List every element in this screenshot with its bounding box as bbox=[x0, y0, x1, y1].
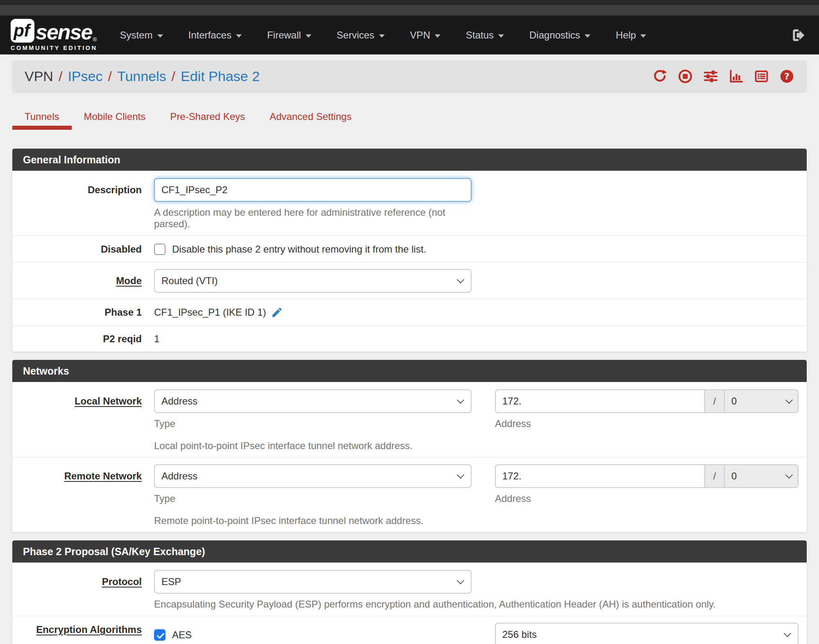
breadcrumb-panel: VPN / IPsec / Tunnels / Edit Phase 2 bbox=[12, 60, 807, 92]
main-menu: System Interfaces Firewall Services VPN … bbox=[107, 29, 659, 41]
disabled-checkbox-label: Disable this phase 2 entry without remov… bbox=[172, 244, 426, 255]
local-network-label[interactable]: Local Network bbox=[12, 389, 154, 452]
stop-circle-icon[interactable] bbox=[678, 69, 693, 84]
protocol-help: Encapsulating Security Payload (ESP) per… bbox=[154, 599, 799, 610]
description-label: Description bbox=[12, 178, 154, 230]
pfsense-logo[interactable]: pf sense ® COMMUNITY EDITION bbox=[11, 19, 97, 51]
disabled-checkbox[interactable] bbox=[154, 244, 166, 255]
row-local-network: Local Network Address Type Local point-t… bbox=[12, 382, 807, 457]
caret-down-icon bbox=[498, 34, 504, 38]
section-networks: Networks Local Network Address Type Loca… bbox=[12, 360, 807, 532]
pfsense-page: pf sense ® COMMUNITY EDITION System Inte… bbox=[0, 0, 819, 644]
tab-pre-shared-keys[interactable]: Pre-Shared Keys bbox=[158, 109, 257, 130]
chevron-down-icon bbox=[457, 471, 464, 478]
nav-item-interfaces[interactable]: Interfaces bbox=[176, 29, 254, 41]
caret-down-icon bbox=[585, 34, 590, 38]
logo-sense-text: sense bbox=[36, 21, 92, 43]
remote-address-input[interactable] bbox=[495, 464, 704, 488]
aes-keylen-select[interactable]: 256 bits bbox=[495, 623, 799, 644]
nav-item-system[interactable]: System bbox=[107, 29, 175, 41]
local-network-type-select[interactable]: Address bbox=[154, 389, 472, 413]
local-mask-select[interactable]: 0 bbox=[725, 389, 799, 413]
breadcrumb: VPN / IPsec / Tunnels / Edit Phase 2 bbox=[25, 68, 260, 84]
nav-item-help[interactable]: Help bbox=[603, 29, 659, 41]
breadcrumb-link-tunnels[interactable]: Tunnels bbox=[117, 68, 166, 84]
remote-network-label[interactable]: Remote Network bbox=[12, 464, 154, 526]
ipsec-tabs: Tunnels Mobile Clients Pre-Shared Keys A… bbox=[12, 109, 807, 130]
nav-item-services[interactable]: Services bbox=[324, 29, 397, 41]
breadcrumb-root: VPN bbox=[25, 68, 53, 84]
help-circle-icon[interactable]: ? bbox=[779, 69, 794, 84]
row-description: Description A description may be entered… bbox=[12, 171, 807, 235]
nav-item-status[interactable]: Status bbox=[453, 29, 517, 41]
logo-registered-mark: ® bbox=[93, 36, 97, 43]
tab-mobile-clients[interactable]: Mobile Clients bbox=[72, 109, 158, 130]
row-phase1: Phase 1 CF1_IPsec_P1 (IKE ID 1) bbox=[12, 298, 807, 325]
encryption-algorithms-label[interactable]: Encryption Algorithms bbox=[12, 623, 154, 644]
local-network-help: Local point-to-point IPsec interface tun… bbox=[154, 440, 483, 452]
sliders-icon[interactable] bbox=[703, 69, 718, 84]
section-title: Phase 2 Proposal (SA/Key Exchange) bbox=[12, 540, 807, 563]
section-phase2-proposal: Phase 2 Proposal (SA/Key Exchange) Proto… bbox=[12, 540, 807, 644]
row-protocol: Protocol ESP Encapsulating Security Payl… bbox=[12, 563, 807, 616]
header-strip bbox=[0, 5, 819, 16]
phase1-value: CF1_IPsec_P1 (IKE ID 1) bbox=[154, 307, 266, 318]
row-disabled: Disabled Disable this phase 2 entry with… bbox=[12, 235, 807, 262]
sign-out-icon[interactable] bbox=[790, 27, 808, 43]
breadcrumb-current-edit-phase-2: Edit Phase 2 bbox=[181, 68, 260, 84]
local-address-help: Address bbox=[495, 418, 799, 429]
remote-network-help: Remote point-to-point IPsec interface tu… bbox=[154, 515, 483, 526]
row-p2-reqid: P2 reqid 1 bbox=[12, 325, 807, 352]
logo-edition-text: COMMUNITY EDITION bbox=[11, 45, 97, 51]
section-general-information: General Information Description A descri… bbox=[12, 149, 807, 352]
tab-advanced-settings[interactable]: Advanced Settings bbox=[257, 109, 364, 130]
local-address-input[interactable] bbox=[495, 389, 704, 413]
protocol-select[interactable]: ESP bbox=[154, 570, 472, 594]
local-address-separator: / bbox=[704, 389, 725, 413]
disabled-label: Disabled bbox=[12, 242, 154, 255]
tab-tunnels[interactable]: Tunnels bbox=[12, 109, 72, 130]
section-title: Networks bbox=[12, 360, 807, 382]
nav-item-firewall[interactable]: Firewall bbox=[254, 29, 324, 41]
aes-checkbox-label: AES bbox=[172, 629, 192, 641]
description-input[interactable] bbox=[154, 178, 472, 202]
chevron-down-icon bbox=[785, 396, 793, 403]
remote-mask-select[interactable]: 0 bbox=[725, 464, 799, 488]
local-type-help: Type bbox=[154, 418, 483, 429]
row-remote-network: Remote Network Address Type Remote point… bbox=[12, 457, 807, 532]
section-title: General Information bbox=[12, 149, 807, 171]
aes-checkbox[interactable] bbox=[154, 629, 166, 641]
top-navbar: pf sense ® COMMUNITY EDITION System Inte… bbox=[0, 16, 819, 54]
protocol-label[interactable]: Protocol bbox=[12, 570, 154, 610]
p2-reqid-label: P2 reqid bbox=[12, 332, 154, 345]
breadcrumb-link-ipsec[interactable]: IPsec bbox=[68, 68, 102, 84]
chevron-down-icon bbox=[457, 276, 464, 283]
list-icon[interactable] bbox=[754, 69, 769, 84]
bar-chart-icon[interactable] bbox=[728, 69, 744, 84]
edit-pencil-icon[interactable] bbox=[271, 306, 283, 319]
caret-down-icon bbox=[379, 34, 385, 38]
remote-network-type-select[interactable]: Address bbox=[154, 464, 472, 488]
logo-pf-mark: pf bbox=[11, 19, 34, 43]
refresh-icon[interactable] bbox=[652, 69, 667, 84]
chevron-down-icon bbox=[784, 629, 791, 637]
mode-label[interactable]: Mode bbox=[12, 269, 154, 293]
row-encryption-aes: Encryption Algorithms AES 256 bits bbox=[12, 616, 807, 644]
nav-item-diagnostics[interactable]: Diagnostics bbox=[517, 29, 603, 41]
chevron-down-icon bbox=[785, 471, 793, 478]
row-mode: Mode Routed (VTI) bbox=[12, 262, 807, 298]
caret-down-icon bbox=[640, 34, 646, 38]
caret-down-icon bbox=[157, 34, 163, 38]
mode-select[interactable]: Routed (VTI) bbox=[154, 269, 472, 293]
phase1-label: Phase 1 bbox=[12, 305, 154, 319]
page-action-icons: ? bbox=[652, 69, 794, 84]
nav-item-vpn[interactable]: VPN bbox=[397, 29, 453, 41]
description-help: A description may be entered here for ad… bbox=[154, 207, 483, 230]
remote-address-separator: / bbox=[704, 464, 725, 488]
caret-down-icon bbox=[236, 34, 242, 38]
remote-address-group: / 0 bbox=[495, 464, 799, 488]
chevron-down-icon bbox=[457, 576, 464, 584]
browser-top-strip bbox=[0, 0, 819, 5]
svg-text:?: ? bbox=[784, 71, 790, 81]
chevron-down-icon bbox=[457, 396, 464, 403]
